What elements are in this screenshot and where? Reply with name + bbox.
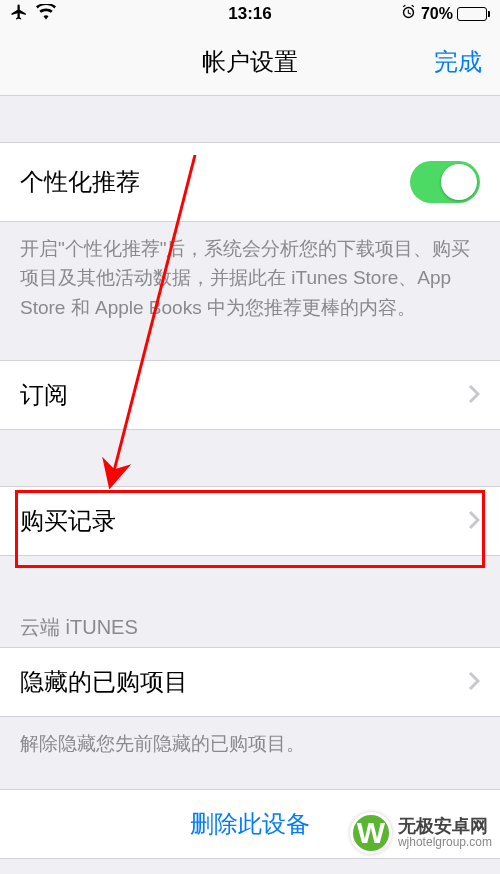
- personalized-recs-label: 个性化推荐: [20, 166, 410, 198]
- chevron-right-icon: [468, 506, 480, 537]
- purchase-history-label: 购买记录: [20, 505, 468, 537]
- watermark-url: wjhotelgroup.com: [398, 836, 492, 849]
- status-left: [10, 3, 56, 25]
- purchase-history-row[interactable]: 购买记录: [0, 486, 500, 556]
- status-bar: 13:16 70%: [0, 0, 500, 28]
- hidden-purchases-row[interactable]: 隐藏的已购项目: [0, 647, 500, 717]
- status-right: 70%: [400, 4, 490, 25]
- personalized-recs-desc: 开启"个性化推荐"后，系统会分析您的下载项目、购买项目及其他活动数据，并据此在 …: [0, 222, 500, 330]
- airplane-icon: [10, 3, 28, 25]
- chevron-right-icon: [468, 380, 480, 411]
- done-button[interactable]: 完成: [434, 46, 482, 78]
- nav-bar: 帐户设置 完成: [0, 28, 500, 96]
- chevron-right-icon: [468, 667, 480, 698]
- battery-icon: [457, 7, 490, 21]
- page-title: 帐户设置: [202, 46, 298, 78]
- battery-percent: 70%: [421, 5, 453, 23]
- delete-device-label: 删除此设备: [190, 808, 310, 840]
- subscription-row[interactable]: 订阅: [0, 360, 500, 430]
- hidden-purchases-desc: 解除隐藏您先前隐藏的已购项目。: [0, 717, 500, 766]
- alarm-icon: [400, 4, 417, 25]
- wifi-icon: [36, 4, 56, 24]
- personalized-recs-row: 个性化推荐: [0, 142, 500, 222]
- watermark: W 无极安卓网 wjhotelgroup.com: [350, 812, 492, 854]
- personalized-recs-toggle[interactable]: [410, 161, 480, 203]
- hidden-purchases-label: 隐藏的已购项目: [20, 666, 468, 698]
- subscription-label: 订阅: [20, 379, 468, 411]
- watermark-cn: 无极安卓网: [398, 817, 488, 837]
- status-time: 13:16: [228, 4, 271, 24]
- watermark-logo-icon: W: [350, 812, 392, 854]
- cloud-itunes-header: 云端 iTUNES: [0, 606, 500, 647]
